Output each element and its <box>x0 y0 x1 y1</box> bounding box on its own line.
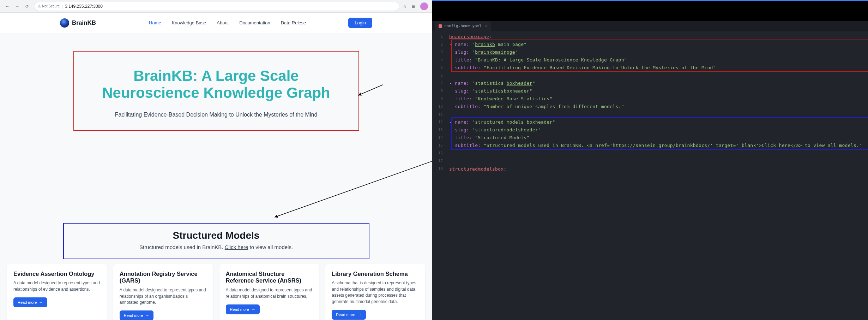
section-title: Structured Models <box>74 230 358 241</box>
card-library: Library Generation Schema A schema that … <box>325 264 425 320</box>
close-icon[interactable]: × <box>485 24 488 28</box>
card-title: Annotation Registry Service (GARS) <box>120 271 207 285</box>
code-line[interactable]: 3 slug: "brainkbmainpge" <box>432 48 868 56</box>
code-line[interactable]: 8 slug: "statisticsboxheader" <box>432 87 868 95</box>
editor-tab[interactable]: config-home.yaml × <box>435 21 491 31</box>
code-line[interactable]: 7- name: "statistics boxheader" <box>432 79 868 87</box>
card-desc: A schema that is designed to represent t… <box>332 280 419 305</box>
reload-icon[interactable]: ⟳ <box>24 3 30 10</box>
code-line[interactable]: 9 title: "Knolwedge Base Statistics" <box>432 95 868 102</box>
browser-pane: ← → ⟳ ⚠ Not Secure | 3.149.235.227:3000 … <box>0 0 432 320</box>
browser-toolbar: ← → ⟳ ⚠ Not Secure | 3.149.235.227:3000 … <box>0 0 432 13</box>
code-line[interactable]: 5 subtitle: "Facilitating Evidence-Based… <box>432 64 868 71</box>
code-line[interactable]: 18structuredmodelsbox: <box>432 165 868 172</box>
section-subtitle: Structured models used in BrainKB. Click… <box>74 244 358 250</box>
nav-kb[interactable]: Knowledge Base <box>172 20 206 25</box>
code-line[interactable]: 10 subtitle: "Number of unique samples f… <box>432 102 868 110</box>
nav-about[interactable]: About <box>217 20 229 25</box>
hero-title: BrainKB: A Large Scale Neuroscience Know… <box>85 67 348 102</box>
hero-box: BrainKB: A Large Scale Neuroscience Know… <box>73 51 359 131</box>
nav-home[interactable]: Home <box>149 20 161 25</box>
card-desc: A data model designed to represent types… <box>120 287 207 306</box>
code-area[interactable]: 1headersboxpage:2- name: "brainkb main p… <box>432 31 868 320</box>
read-more-button[interactable]: Read more→ <box>13 297 47 307</box>
card-title: Evidence Assertion Ontology <box>13 271 101 278</box>
card-title: Anatomical Structure Reference Service (… <box>226 271 313 285</box>
read-more-button[interactable]: Read more→ <box>120 310 153 320</box>
yaml-file-icon <box>439 24 442 28</box>
editor-tabs: config-home.yaml × <box>432 21 868 31</box>
extension-icon[interactable]: ⊞ <box>412 4 415 9</box>
card-evidence: Evidence Assertion Ontology A data model… <box>7 264 107 320</box>
tab-filename: config-home.yaml <box>444 24 482 28</box>
read-more-button[interactable]: Read more→ <box>226 304 260 314</box>
logo-icon <box>60 18 69 28</box>
nav-docs[interactable]: Documentation <box>239 20 270 25</box>
arrow-right-icon: → <box>357 312 362 317</box>
arrow-right-icon: → <box>39 300 43 305</box>
code-line[interactable]: 6 <box>432 71 868 79</box>
card-ansrs: Anatomical Structure Reference Service (… <box>219 264 319 320</box>
code-line[interactable]: 1headersboxpage: <box>432 32 868 40</box>
code-line[interactable]: 12- name: "structured models boxheader" <box>432 118 868 126</box>
url-divider: | <box>62 4 63 9</box>
site-nav: BrainKB Home Knowledge Base About Docume… <box>0 13 432 33</box>
hero-subtitle: Facilitating Evidence-Based Decision Mak… <box>85 112 348 118</box>
card-desc: A data model designed to represent types… <box>226 287 313 300</box>
structured-models-header: Structured Models Structured models used… <box>63 223 369 259</box>
arrow-right-icon: → <box>251 307 255 312</box>
not-secure-badge: ⚠ Not Secure <box>38 4 60 8</box>
nav-links: Home Knowledge Base About Documentation … <box>149 20 306 25</box>
section-link[interactable]: Click here <box>225 244 248 250</box>
url-text: 3.149.235.227:3000 <box>65 4 103 9</box>
read-more-button[interactable]: Read more→ <box>332 310 366 320</box>
card-desc: A data model designed to represent types… <box>13 280 101 292</box>
not-secure-text: Not Secure <box>42 4 60 8</box>
url-bar[interactable]: ⚠ Not Secure | 3.149.235.227:3000 <box>34 2 399 11</box>
brand-text: BrainKB <box>72 19 96 26</box>
nav-data[interactable]: Data Relese <box>281 20 306 25</box>
code-line[interactable]: 4 title: "BrainKB: A Large Scale Neurosc… <box>432 56 868 64</box>
code-line[interactable]: 16 <box>432 149 868 157</box>
brand-logo[interactable]: BrainKB <box>60 18 96 28</box>
toolbar-right: ☆ ⊞ <box>403 2 428 10</box>
arrow-right-icon: → <box>145 313 149 318</box>
card-title: Library Generation Schema <box>332 271 419 278</box>
login-button[interactable]: Login <box>348 18 372 28</box>
code-line[interactable]: 11 <box>432 110 868 118</box>
code-line[interactable]: 17 <box>432 157 868 165</box>
cards-row: Evidence Assertion Ontology A data model… <box>7 264 425 320</box>
code-line[interactable]: 13 slug: "structuredmodelsheader" <box>432 126 868 134</box>
forward-icon[interactable]: → <box>14 3 20 10</box>
profile-avatar[interactable] <box>420 2 428 10</box>
star-icon[interactable]: ☆ <box>403 4 407 9</box>
code-line[interactable]: 14 title: "Structured Models" <box>432 134 868 141</box>
editor-pane: config-home.yaml × 1headersboxpage:2- na… <box>432 0 868 320</box>
back-icon[interactable]: ← <box>4 3 11 10</box>
site-body: BrainKB Home Knowledge Base About Docume… <box>0 13 432 320</box>
card-gars: Annotation Registry Service (GARS) A dat… <box>113 264 213 320</box>
code-line[interactable]: 15 subtitle: "Structured models used in … <box>432 141 868 149</box>
code-line[interactable]: 2- name: "brainkb main page" <box>432 40 868 48</box>
warning-icon: ⚠ <box>38 4 41 8</box>
